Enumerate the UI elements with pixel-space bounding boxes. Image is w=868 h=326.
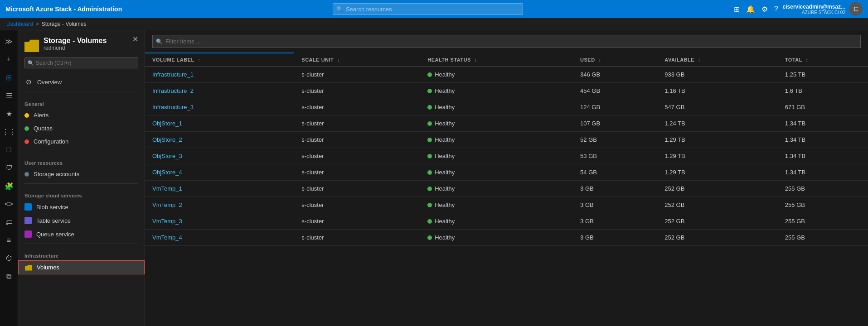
volumes-folder-icon xyxy=(25,264,32,271)
cell-total: 1.25 TB xyxy=(778,67,868,83)
health-text: Healthy xyxy=(435,153,455,159)
cell-health-status: Healthy xyxy=(420,197,573,213)
notifications-icon[interactable]: 🔔 xyxy=(746,5,755,14)
cell-volume-label: ObjStore_1 xyxy=(145,115,294,132)
settings-icon[interactable]: ⚙ xyxy=(761,5,768,14)
table-row[interactable]: ObjStore_4s-clusterHealthy54 GB1.29 TB1.… xyxy=(145,164,868,181)
col-health-status[interactable]: HEALTH STATUS ↕ xyxy=(420,53,573,67)
health-text: Healthy xyxy=(435,185,455,192)
table-row[interactable]: Infrastructure_2s-clusterHealthy454 GB1.… xyxy=(145,83,868,99)
filter-wrap: 🔍 xyxy=(152,35,861,48)
health-dot-icon xyxy=(427,187,432,191)
col-used[interactable]: USED ↕ xyxy=(573,53,657,67)
sidebar-item-storage-accounts[interactable]: Storage accounts xyxy=(18,168,145,181)
cell-used: 124 GB xyxy=(573,99,657,115)
sidebar-search-wrap: 🔍 xyxy=(24,58,138,68)
divider-infrastructure xyxy=(24,244,138,244)
cell-used: 3 GB xyxy=(573,230,657,246)
sidebar-item-overview[interactable]: ⊙ Overview xyxy=(18,75,145,89)
table-row[interactable]: VmTemp_4s-clusterHealthy3 GB252 GB255 GB xyxy=(145,230,868,246)
cell-volume-label: Infrastructure_2 xyxy=(145,83,294,99)
cell-health-status: Healthy xyxy=(420,181,573,197)
sidebar-item-alerts[interactable]: Alerts xyxy=(18,109,145,122)
sidebar-close-button[interactable]: ✕ xyxy=(132,35,138,43)
table-row[interactable]: ObjStore_1s-clusterHealthy107 GB1.24 TB1… xyxy=(145,115,868,132)
puzzle-icon[interactable]: 🧩 xyxy=(2,179,16,193)
monitor-icon[interactable]: □ xyxy=(2,143,16,157)
list-icon[interactable]: ≡ xyxy=(2,233,16,248)
cell-health-status: Healthy xyxy=(420,148,573,164)
tag-icon[interactable]: 🏷 xyxy=(2,215,16,230)
sidebar-item-queue-service[interactable]: Queue service xyxy=(18,227,145,241)
cell-volume-label: Infrastructure_1 xyxy=(145,67,294,83)
table-row[interactable]: Infrastructure_1s-clusterHealthy346 GB93… xyxy=(145,67,868,83)
cell-volume-label: VmTemp_3 xyxy=(145,213,294,230)
sidebar-item-volumes[interactable]: Volumes xyxy=(18,260,145,274)
table-row[interactable]: VmTemp_3s-clusterHealthy3 GB252 GB255 GB xyxy=(145,213,868,230)
cell-total: 255 GB xyxy=(778,197,868,213)
health-text: Healthy xyxy=(435,201,455,208)
help-icon[interactable]: ? xyxy=(774,5,778,13)
filter-input[interactable] xyxy=(152,35,861,48)
cell-total: 1.34 TB xyxy=(778,132,868,148)
health-text: Healthy xyxy=(435,120,455,127)
table-service-icon xyxy=(24,217,32,224)
table-row[interactable]: VmTemp_1s-clusterHealthy3 GB252 GB255 GB xyxy=(145,181,868,197)
breadcrumb-home[interactable]: Dashboard xyxy=(6,21,33,27)
table-row[interactable]: ObjStore_2s-clusterHealthy52 GB1.29 TB1.… xyxy=(145,132,868,148)
sidebar-item-blob-service[interactable]: Blob service xyxy=(18,200,145,214)
col-scale-unit-text: SCALE UNIT xyxy=(301,57,334,62)
table-row[interactable]: VmTemp_2s-clusterHealthy3 GB252 GB255 GB xyxy=(145,197,868,213)
clock-icon[interactable]: ⏱ xyxy=(2,251,16,266)
sidebar-sub-title: redmond xyxy=(44,45,107,51)
sidebar-search-input[interactable] xyxy=(24,58,138,68)
content-area: 🔍 VOLUME LABEL ↑ SCALE UNIT ↕ xyxy=(145,30,868,326)
table-header: VOLUME LABEL ↑ SCALE UNIT ↕ HEALTH STATU… xyxy=(145,53,868,67)
col-scale-unit[interactable]: SCALE UNIT ↕ xyxy=(294,53,420,67)
health-dot-icon xyxy=(427,72,432,77)
star-icon[interactable]: ★ xyxy=(2,106,16,121)
col-available[interactable]: AVAILABLE ↕ xyxy=(657,53,778,67)
table-row[interactable]: ObjStore_3s-clusterHealthy53 GB1.29 TB1.… xyxy=(145,148,868,164)
sidebar-item-configuration[interactable]: Configuration xyxy=(18,135,145,148)
cell-total: 255 GB xyxy=(778,181,868,197)
cell-available: 933 GB xyxy=(657,67,778,83)
grid-icon[interactable]: ⋮⋮ xyxy=(2,125,16,139)
cell-scale-unit: s-cluster xyxy=(294,67,420,83)
tenant-label: AZURE STACK CI 02 xyxy=(802,10,845,15)
col-volume-label[interactable]: VOLUME LABEL ↑ xyxy=(145,53,294,67)
sidebar-item-table-service[interactable]: Table service xyxy=(18,214,145,227)
layers-icon[interactable]: ⧉ xyxy=(2,269,16,284)
sidebar-title-area: Storage - Volumes redmond xyxy=(24,37,107,52)
sidebar-main-title: Storage - Volumes xyxy=(44,37,107,45)
cell-health-status: Healthy xyxy=(420,164,573,181)
configuration-icon xyxy=(24,139,29,144)
expand-icon[interactable]: ≫ xyxy=(2,34,16,48)
plus-icon[interactable]: + xyxy=(2,52,16,67)
top-bar-icons: ⊞ 🔔 ⚙ ? xyxy=(734,5,778,14)
avatar[interactable]: C xyxy=(849,2,863,16)
global-search-input[interactable] xyxy=(333,3,523,15)
menu-icon[interactable]: ☰ xyxy=(2,88,16,103)
quotas-icon xyxy=(24,126,29,131)
health-text: Healthy xyxy=(435,71,455,78)
health-dot-icon xyxy=(427,203,432,207)
health-dot-icon xyxy=(427,105,432,110)
code-icon[interactable]: <> xyxy=(2,197,16,211)
portal-icon[interactable]: ⊞ xyxy=(734,5,740,14)
shield-icon[interactable]: 🛡 xyxy=(2,161,16,175)
table-wrap: VOLUME LABEL ↑ SCALE UNIT ↕ HEALTH STATU… xyxy=(145,53,868,326)
health-dot-icon xyxy=(427,138,432,142)
cell-volume-label: VmTemp_2 xyxy=(145,197,294,213)
sidebar-item-quotas[interactable]: Quotas xyxy=(18,122,145,135)
sort-total-icon: ↕ xyxy=(805,57,808,62)
search-icon: 🔍 xyxy=(336,6,343,12)
cell-used: 346 GB xyxy=(573,67,657,83)
table-row[interactable]: Infrastructure_3s-clusterHealthy124 GB54… xyxy=(145,99,868,115)
col-volume-label-text: VOLUME LABEL xyxy=(152,57,194,62)
col-total[interactable]: TOTAL ↕ xyxy=(778,53,868,67)
dashboard-icon[interactable]: ⊞ xyxy=(2,70,16,85)
sort-scale-unit-icon: ↕ xyxy=(337,57,340,62)
cell-available: 252 GB xyxy=(657,181,778,197)
cell-scale-unit: s-cluster xyxy=(294,132,420,148)
